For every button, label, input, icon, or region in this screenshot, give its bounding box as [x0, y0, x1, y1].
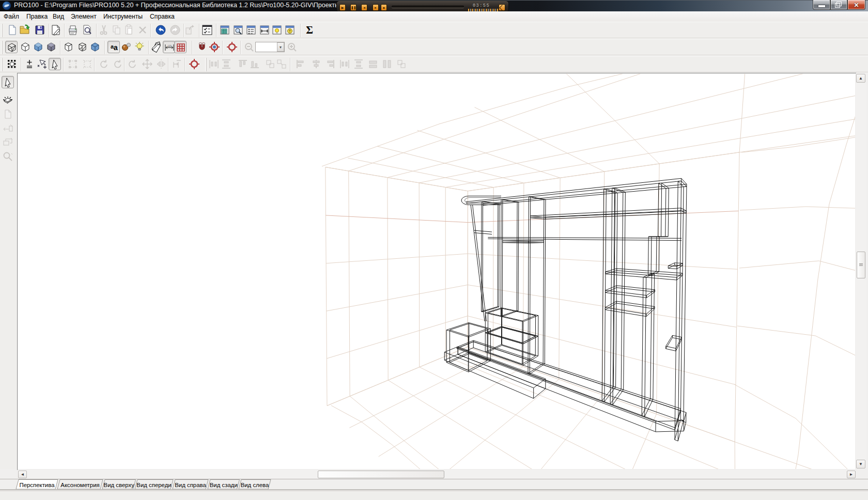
- svg-text:Вид слева: Вид слева: [241, 482, 269, 488]
- svg-text:Перспектива: Перспектива: [19, 482, 55, 488]
- svg-text:Вид сверху: Вид сверху: [104, 482, 135, 488]
- svg-text:Вид сзади: Вид сзади: [210, 482, 238, 488]
- svg-text:Вид спереди: Вид спереди: [136, 482, 171, 488]
- svg-text:Вид справа: Вид справа: [175, 482, 206, 488]
- svg-text:Аксонометрия: Аксонометрия: [60, 482, 99, 488]
